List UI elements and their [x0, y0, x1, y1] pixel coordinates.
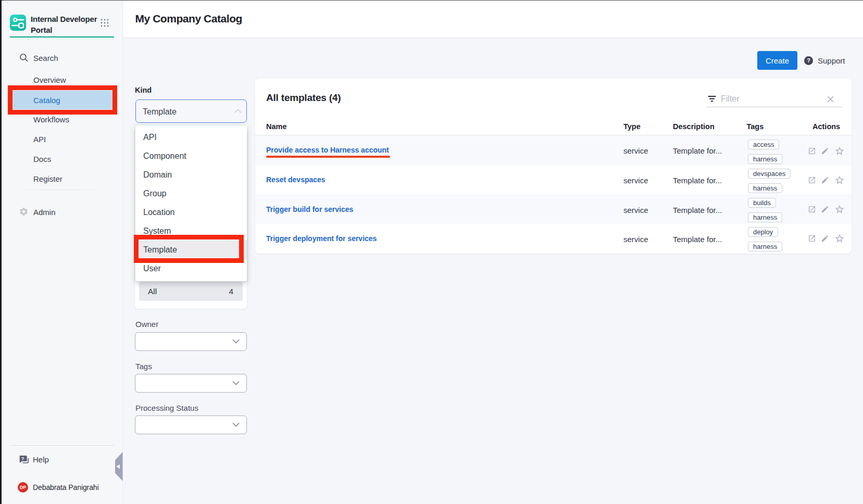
svg-text:?: ?: [21, 456, 24, 461]
